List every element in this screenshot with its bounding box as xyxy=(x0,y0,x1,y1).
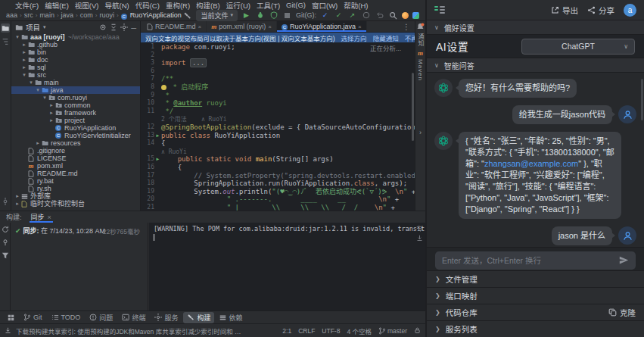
breadcrumb-item[interactable]: com xyxy=(80,11,93,19)
tool-window-switcher-icon[interactable] xyxy=(4,314,18,322)
clone-button[interactable]: 克隆 xyxy=(608,307,636,318)
soft-wrap-icon[interactable] xyxy=(416,225,423,232)
tree-item-LICENSE[interactable]: LICENSE xyxy=(11,154,140,162)
toolwindow-服务[interactable]: 服务 xyxy=(151,312,182,323)
tree-item-pom.xml[interactable]: mpom.xml xyxy=(11,162,140,170)
editor-tab-pom.xmlruoyi[interactable]: mpom.xml (ruoyi)× xyxy=(207,21,277,32)
tree-toggle-icon[interactable]: ▸ xyxy=(21,56,27,64)
tree-item-[interactable]: ▸临时文件和控制台 xyxy=(11,200,140,208)
preferences-section-header[interactable]: ∨ 偏好设置 xyxy=(427,20,644,35)
section-file-management[interactable]: ❯ 文件管理 xyxy=(427,270,644,287)
status-widget[interactable]: UTF-8 xyxy=(322,327,340,335)
debug-button[interactable] xyxy=(255,11,265,20)
tree-item-ry.sh[interactable]: ry.sh xyxy=(11,185,140,192)
structure-tool-icon[interactable] xyxy=(1,37,10,46)
export-button[interactable]: 导出 xyxy=(551,5,578,16)
settings-gear-icon[interactable] xyxy=(120,23,128,31)
tree-item-src[interactable]: ▾src xyxy=(11,71,140,79)
banner-action[interactable]: 选择方向 xyxy=(341,35,367,42)
tree-item-RuoYiApplication[interactable]: CRuoYiApplication xyxy=(11,124,140,132)
tree-toggle-icon[interactable]: ▸ xyxy=(35,139,41,147)
toolwindow-构建[interactable]: 构建 xyxy=(183,312,214,323)
close-icon[interactable]: × xyxy=(198,23,202,30)
tree-toggle-icon[interactable]: ▸ xyxy=(21,64,27,71)
notifications-stripe-label[interactable]: 通知 xyxy=(416,33,425,47)
ai-model-select[interactable]: ChatGPT ∨ xyxy=(521,39,635,55)
menu-item-9[interactable]: Git(G) xyxy=(283,1,309,9)
breadcrumb-current[interactable]: RuoYiApplication xyxy=(130,11,182,19)
tree-toggle-icon[interactable]: ▸ xyxy=(48,109,54,117)
coverage-button[interactable] xyxy=(269,11,278,20)
status-widget[interactable]: 4 个空格 xyxy=(347,326,372,335)
send-plane-icon[interactable] xyxy=(619,255,629,265)
menu-item-10[interactable]: 窗口(W) xyxy=(309,0,341,11)
tree-toggle-icon[interactable]: ▸ xyxy=(48,101,54,109)
menu-hamburger-icon[interactable] xyxy=(434,6,445,14)
run-configuration-select[interactable]: 当前文件▾ xyxy=(196,10,238,21)
menu-item-3[interactable]: 导航(N) xyxy=(101,0,132,11)
stop-button[interactable] xyxy=(282,11,292,20)
run-gutter-icon[interactable]: ▶ xyxy=(154,132,161,140)
git-branch-widget[interactable]: master xyxy=(378,327,407,335)
menu-item-2[interactable]: 视图(V) xyxy=(72,0,102,11)
inlay-hint[interactable]: 2 个用法 ∧ RuoYi xyxy=(161,116,227,123)
breadcrumb-item[interactable]: ruoyi xyxy=(99,11,114,19)
menu-item-7[interactable]: 运行(U) xyxy=(223,0,254,11)
menu-item-8[interactable]: 工具(T) xyxy=(254,0,283,11)
search-everywhere-icon[interactable] xyxy=(388,11,398,20)
pin-icon[interactable] xyxy=(2,239,9,246)
undo-button[interactable] xyxy=(375,11,384,20)
menu-item-6[interactable]: 构建(B) xyxy=(193,0,223,11)
toolwindow-问题[interactable]: 问题 xyxy=(86,312,117,323)
tree-item-doc[interactable]: ▸doc xyxy=(11,56,140,64)
close-icon[interactable]: × xyxy=(358,23,362,30)
expand-panel-chevron-icon[interactable]: › xyxy=(419,129,422,136)
tree-item-resources[interactable]: ▸resources xyxy=(11,139,140,147)
banner-action[interactable]: 隐藏通知 xyxy=(373,35,399,42)
editor-tab-RuoYiApplication.java[interactable]: CRuoYiApplication.java× xyxy=(277,21,367,32)
hide-panel-button[interactable]: ─ xyxy=(131,23,136,32)
git-update-button[interactable]: ✓ xyxy=(320,11,330,20)
status-widget[interactable]: 2:1 xyxy=(282,327,291,335)
tree-item-framework[interactable]: ▸framework xyxy=(11,109,140,117)
tab-options-kebab-icon[interactable]: ⋮ xyxy=(398,21,415,32)
tree-toggle-icon[interactable]: ▾ xyxy=(21,71,27,79)
intention-bulb-icon[interactable] xyxy=(161,85,166,90)
banner-action[interactable]: 不再显示 xyxy=(405,35,415,42)
tree-item-README.md[interactable]: README.md xyxy=(11,170,140,177)
editor-tab-README.md[interactable]: README.md× xyxy=(142,21,207,32)
lock-icon[interactable] xyxy=(414,327,421,334)
scroll-to-end-icon[interactable] xyxy=(416,235,423,242)
tree-item-bin[interactable]: ▸bin xyxy=(11,48,140,56)
locate-file-button[interactable] xyxy=(99,23,107,31)
qa-section-header[interactable]: ∨ 智能问答 xyxy=(427,58,644,73)
tree-item-.github[interactable]: ▸.github xyxy=(11,41,140,48)
build-console[interactable]: [WARNING] The POM for com.alibaba:druid:… xyxy=(149,223,425,311)
tree-item-sql[interactable]: ▸sql xyxy=(11,64,140,71)
build-status-pane[interactable]: ✔同步: 在 7/14/23, 10:28 AM 22秒765毫秒 xyxy=(11,223,148,311)
maven-stripe-label[interactable]: Maven xyxy=(417,59,424,81)
commit-tool-icon[interactable] xyxy=(1,197,10,206)
notifications-badge-icon[interactable] xyxy=(402,12,409,19)
tree-item-RuoYiServletInitializer[interactable]: CRuoYiServletInitializer xyxy=(11,132,140,139)
tree-item-ry.bat[interactable]: ry.bat xyxy=(11,177,140,185)
menu-item-0[interactable]: 文件(F) xyxy=(12,0,42,11)
editor-scrollbar[interactable] xyxy=(412,73,414,141)
tree-toggle-icon[interactable]: ▾ xyxy=(14,33,20,41)
chevron-down-icon[interactable]: ▾ xyxy=(43,24,46,30)
status-widget[interactable]: CRLF xyxy=(298,327,315,335)
email-link[interactable]: zhangsan@example.com xyxy=(484,159,578,168)
filter-icon[interactable] xyxy=(2,251,9,259)
close-icon[interactable]: × xyxy=(268,23,272,30)
tree-toggle-icon[interactable]: ▾ xyxy=(42,94,48,101)
code-editor[interactable]: 正在分析... 1package com.ruoyi;23import ...6… xyxy=(141,42,415,211)
user-avatar[interactable]: a xyxy=(624,4,636,17)
toolwindow-依赖[interactable]: 依赖 xyxy=(216,312,246,323)
history-button[interactable] xyxy=(361,11,371,20)
section-code-repository[interactable]: ❯ 代码仓库 克隆 xyxy=(427,304,644,320)
section-port-mapping[interactable]: ❯ 端口映射 xyxy=(427,287,644,304)
tree-item-java[interactable]: ▾java xyxy=(11,86,140,94)
tree-toggle-icon[interactable]: ▸ xyxy=(21,41,27,48)
share-button[interactable]: 分享 xyxy=(587,5,614,16)
menu-item-11[interactable]: 帮助(H) xyxy=(341,0,371,11)
